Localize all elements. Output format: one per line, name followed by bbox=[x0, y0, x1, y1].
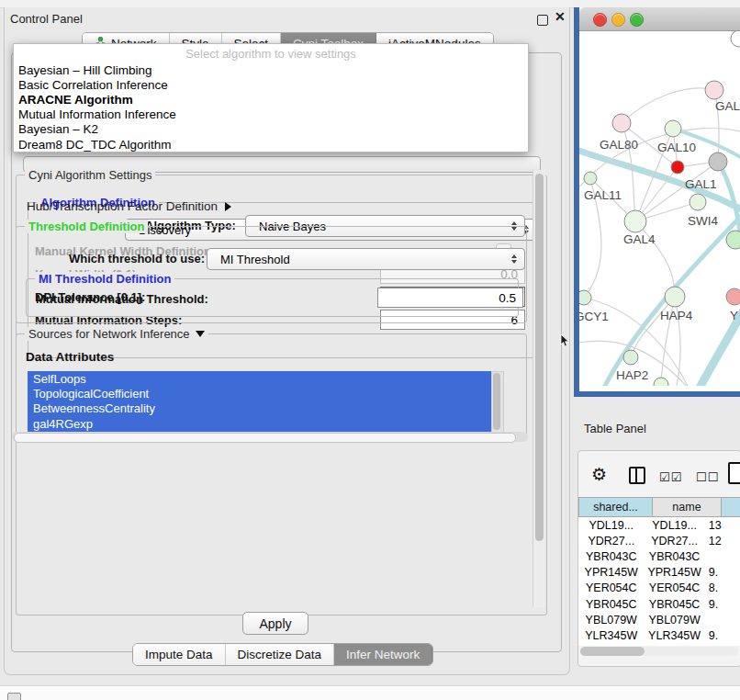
network-node[interactable] bbox=[690, 194, 706, 210]
table-cell: YBR045C bbox=[645, 596, 705, 612]
network-window-titlebar[interactable] bbox=[579, 7, 740, 31]
node-label: SWI4 bbox=[688, 214, 718, 228]
tab-infer-network[interactable]: Infer Network bbox=[334, 644, 432, 665]
table-cell: 9. bbox=[705, 644, 740, 647]
network-node[interactable] bbox=[579, 290, 591, 305]
table-row[interactable]: YPR145WYPR145W9. bbox=[578, 565, 740, 581]
dropdown-item[interactable]: Basic Correlation Inference bbox=[14, 77, 528, 92]
group-title: Threshold Definition bbox=[25, 220, 148, 233]
table-cell: YLR345W bbox=[578, 627, 645, 643]
network-node[interactable] bbox=[726, 231, 740, 249]
tab-label: Discretize Data bbox=[238, 648, 322, 661]
data-attributes-list[interactable]: SelfLoopsTopologicalCoefficientBetweenne… bbox=[28, 371, 491, 432]
tab-label: Infer Network bbox=[346, 648, 420, 661]
network-node[interactable] bbox=[705, 81, 723, 99]
settings-horizontal-scrollbar[interactable] bbox=[12, 432, 528, 442]
table-cell: YDL19... bbox=[645, 517, 705, 533]
table-cell: 9. bbox=[705, 596, 740, 612]
table-cell: YIL052C bbox=[578, 644, 645, 647]
dropdown-item[interactable]: ARACNE Algorithm bbox=[14, 92, 528, 107]
table-row[interactable]: YBR045CYBR045C9. bbox=[578, 596, 740, 612]
table-cell bbox=[705, 612, 740, 627]
table-cell: YER054C bbox=[578, 581, 645, 596]
which-threshold-value: MI Threshold bbox=[220, 253, 290, 266]
table-cell: YDR27... bbox=[578, 533, 645, 548]
network-node[interactable] bbox=[665, 287, 685, 307]
attribute-item[interactable]: BetweennessCentrality bbox=[28, 401, 491, 416]
group-title: MI Threshold Definition bbox=[35, 272, 174, 286]
table-cell: YPR145W bbox=[645, 565, 705, 581]
tab-impute-data[interactable]: Impute Data bbox=[133, 644, 226, 665]
table-row[interactable]: YLR345WYLR345W9. bbox=[578, 627, 740, 643]
gear-icon[interactable]: ⚙ bbox=[591, 464, 607, 485]
dropdown-prompt: Select algorithm to view settings bbox=[14, 44, 528, 62]
minimize-traffic-light-icon[interactable] bbox=[611, 13, 625, 27]
mi-threshold-field[interactable]: 0.5 bbox=[377, 288, 523, 308]
table-cell: 9. bbox=[705, 565, 740, 581]
dropdown-items: Bayesian – Hill ClimbingBasic Correlatio… bbox=[14, 62, 528, 152]
dropdown-item[interactable]: Bayesian – Hill Climbing bbox=[14, 62, 528, 77]
node-label: GAL10 bbox=[657, 141, 696, 154]
node-label: GAL80 bbox=[600, 138, 638, 152]
data-attributes-label: Data Attributes bbox=[26, 350, 114, 364]
which-threshold-select[interactable]: MI Threshold bbox=[207, 248, 525, 270]
network-canvas[interactable]: GALGAL80GAL10GAL11GAL1SWI4GAL4GCY1HAP4YH… bbox=[579, 31, 740, 386]
column-header[interactable] bbox=[722, 497, 740, 517]
network-node[interactable] bbox=[731, 31, 740, 47]
combo-arrows-icon bbox=[511, 254, 517, 264]
columns-icon[interactable] bbox=[629, 467, 645, 484]
float-window-icon[interactable] bbox=[537, 15, 548, 26]
document-icon[interactable] bbox=[728, 462, 740, 484]
attribute-item[interactable]: TopologicalCoefficient bbox=[28, 386, 491, 401]
table-row[interactable]: YIL052CYIL052C9. bbox=[578, 644, 740, 647]
apply-button[interactable]: Apply bbox=[242, 612, 308, 635]
network-node[interactable] bbox=[623, 350, 638, 365]
node-label: HAP4 bbox=[660, 309, 693, 322]
hub-definition-expander[interactable]: Hub/Transcription Factor Definition bbox=[27, 199, 231, 213]
settings-vertical-scrollbar[interactable] bbox=[533, 170, 545, 607]
group-title: Cyni Algorithm Settings bbox=[25, 168, 155, 182]
dropdown-item[interactable]: Mutual Information Inference bbox=[14, 107, 528, 122]
node-label: GAL4 bbox=[623, 232, 656, 246]
deselect-all-checkboxes-icon[interactable]: ☐☐ bbox=[696, 470, 719, 484]
network-node[interactable] bbox=[709, 152, 727, 171]
network-node[interactable] bbox=[665, 120, 681, 137]
dropdown-item[interactable]: Bayesian – K2 bbox=[14, 122, 528, 137]
table-toolbar: ⚙ ☑☑ ☐☐ bbox=[578, 451, 740, 497]
close-icon[interactable]: ✕ bbox=[555, 9, 566, 24]
network-node[interactable] bbox=[654, 378, 668, 386]
sources-expander[interactable]: Sources for Network Inference bbox=[25, 327, 208, 341]
tab-discretize-data[interactable]: Discretize Data bbox=[226, 644, 335, 665]
network-node[interactable] bbox=[584, 172, 597, 185]
attribute-item[interactable]: SelfLoops bbox=[28, 371, 491, 386]
table-row[interactable]: YBR043CYBR043C bbox=[578, 548, 740, 564]
table-panel-window: ⚙ ☑☑ ☐☐ shared...name YDL19...YDL19...13… bbox=[577, 450, 740, 667]
table-horizontal-scrollbar[interactable] bbox=[580, 647, 738, 656]
column-header[interactable]: shared... bbox=[578, 497, 653, 517]
network-view-window: GALGAL80GAL10GAL11GAL1SWI4GAL4GCY1HAP4YH… bbox=[574, 7, 740, 397]
column-header[interactable]: name bbox=[653, 497, 722, 517]
table-row[interactable]: YDL19...YDL19...13 bbox=[578, 517, 740, 533]
close-traffic-light-icon[interactable] bbox=[593, 13, 607, 27]
dropdown-item[interactable]: Dream8 DC_TDC Algorithm bbox=[14, 137, 528, 152]
sources-group: Sources for Network Inference Data Attri… bbox=[16, 333, 527, 438]
attribute-item[interactable]: gal4RGexp bbox=[28, 416, 491, 431]
network-node[interactable] bbox=[612, 114, 631, 132]
network-node[interactable] bbox=[726, 288, 740, 305]
footer-strip bbox=[0, 685, 740, 700]
zoom-traffic-light-icon[interactable] bbox=[630, 13, 644, 27]
network-node[interactable] bbox=[671, 161, 684, 174]
table-cell: YBL079W bbox=[645, 612, 705, 627]
select-all-checkboxes-icon[interactable]: ☑☑ bbox=[659, 470, 682, 484]
table-cell bbox=[705, 548, 740, 564]
table-cell: YBR045C bbox=[578, 596, 645, 612]
node-label: HAP2 bbox=[616, 368, 648, 382]
mi-threshold-group: MI Threshold Definition Mutual Informati… bbox=[26, 278, 519, 317]
table-row[interactable]: YER054CYER054C8. bbox=[578, 581, 740, 596]
table-row[interactable]: YBL079WYBL079W bbox=[578, 612, 740, 627]
table-cell: YBL079W bbox=[578, 612, 645, 627]
network-node[interactable] bbox=[624, 210, 646, 232]
table-row[interactable]: YDR27...YDR27...12 bbox=[578, 533, 740, 548]
restore-panel-icon[interactable] bbox=[7, 693, 21, 700]
attributes-scrollbar[interactable] bbox=[491, 371, 504, 434]
